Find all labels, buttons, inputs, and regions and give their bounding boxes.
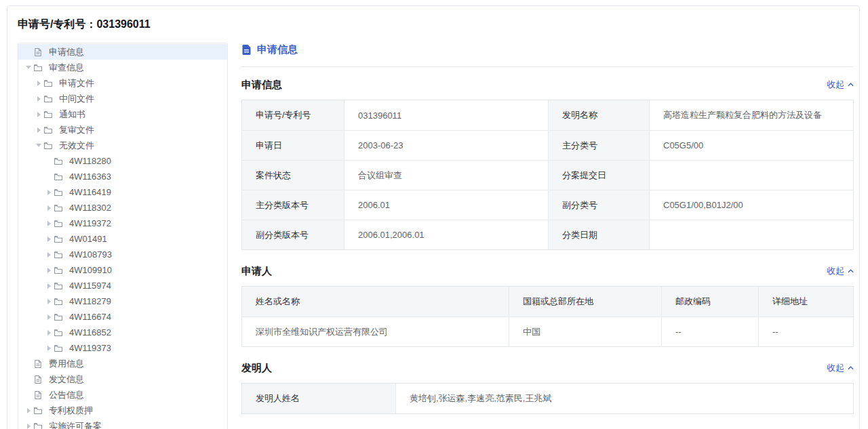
tree-item-4W118279[interactable]: 4W118279 xyxy=(18,293,227,309)
page-title: 申请号/专利号：031396011 xyxy=(18,18,151,32)
tree-item-发文信息[interactable]: 发文信息 xyxy=(18,371,227,387)
field-label: 案件状态 xyxy=(242,160,344,190)
tree-item-4W118280[interactable]: 4W118280 xyxy=(18,153,227,169)
table-cell: 中国 xyxy=(509,316,661,346)
application-info-table: 申请号/专利号031396011发明名称高塔造粒生产颗粒复合肥料的方法及设备申请… xyxy=(241,100,854,250)
tree-item-label: 专利权质押 xyxy=(49,405,93,417)
field-label: 发明名称 xyxy=(548,100,649,130)
tree-item-4W116674[interactable]: 4W116674 xyxy=(18,309,227,325)
section-title-applicant: 申请人 xyxy=(241,265,272,278)
caret-right-icon[interactable] xyxy=(44,203,54,213)
folder-icon xyxy=(33,62,43,73)
caret-down-icon[interactable] xyxy=(24,63,33,73)
tree-item-4W108793[interactable]: 4W108793 xyxy=(18,247,227,262)
tree-item-4W118302[interactable]: 4W118302 xyxy=(18,200,227,216)
caret-right-icon[interactable] xyxy=(44,219,54,228)
tree-item-label: 4W119373 xyxy=(69,343,111,353)
field-value xyxy=(649,220,853,249)
caret-right-icon[interactable] xyxy=(44,250,54,260)
tree-item-申请信息[interactable]: 申请信息 xyxy=(18,44,227,60)
tree-item-label: 4W01491 xyxy=(69,234,107,244)
tree-item-4W116852[interactable]: 4W116852 xyxy=(18,325,227,340)
inventor-table: 发明人姓名黄培钊,张运森,李速亮,范素民,王兆斌 xyxy=(241,383,854,414)
field-label: 分案提交日 xyxy=(548,160,649,190)
folder-icon xyxy=(54,171,64,182)
column-header: 姓名或名称 xyxy=(242,287,509,316)
collapse-link-applicant[interactable]: 收起 xyxy=(827,265,854,277)
main-header: 申请信息 xyxy=(241,43,854,56)
column-header: 国籍或总部所在地 xyxy=(509,287,661,316)
tree-item-label: 4W115974 xyxy=(69,281,111,291)
tree-item-费用信息[interactable]: 费用信息 xyxy=(18,356,227,371)
tree-item-审查信息[interactable]: 审查信息 xyxy=(18,60,227,75)
tree-item-label: 费用信息 xyxy=(49,358,84,370)
document-icon xyxy=(33,374,43,384)
tree-item-label: 4W116419 xyxy=(69,187,111,197)
tree-item-label: 4W109910 xyxy=(69,265,112,275)
tree-item-4W115974[interactable]: 4W115974 xyxy=(18,278,227,293)
chevron-up-icon xyxy=(848,366,854,370)
folder-icon xyxy=(54,327,64,338)
section-header-applicant: 申请人 收起 xyxy=(241,264,854,279)
caret-right-icon[interactable] xyxy=(24,406,33,415)
tree-item-中间文件[interactable]: 中间文件 xyxy=(18,91,227,106)
collapse-link-inventor[interactable]: 收起 xyxy=(827,362,854,374)
caret-right-icon[interactable] xyxy=(44,188,54,197)
caret-right-icon[interactable] xyxy=(44,266,54,275)
folder-icon xyxy=(54,218,64,228)
tree-item-label: 审查信息 xyxy=(49,62,84,74)
section-title-inventor: 发明人 xyxy=(241,362,272,375)
caret-right-icon[interactable] xyxy=(24,422,33,429)
tree-item-无效文件[interactable]: 无效文件 xyxy=(18,138,227,153)
table-cell: 深圳市全维知识产权运营有限公司 xyxy=(242,316,509,346)
field-value: 2006.01 xyxy=(344,190,548,220)
folder-icon xyxy=(54,312,64,322)
column-header: 邮政编码 xyxy=(661,287,758,316)
folder-icon xyxy=(54,281,64,291)
field-label: 主分类版本号 xyxy=(242,190,344,220)
section-header-inventor: 发明人 收起 xyxy=(241,361,854,375)
tree-item-复审文件[interactable]: 复审文件 xyxy=(18,122,227,138)
caret-right-icon[interactable] xyxy=(34,110,43,119)
tree-item-label: 4W108793 xyxy=(69,249,112,260)
caret-right-icon[interactable] xyxy=(44,328,54,338)
tree-item-申请文件[interactable]: 申请文件 xyxy=(18,75,227,91)
tree-item-专利权质押[interactable]: 专利权质押 xyxy=(18,403,227,418)
caret-right-icon[interactable] xyxy=(44,297,54,306)
tree-item-4W119373[interactable]: 4W119373 xyxy=(18,340,227,356)
collapse-link-application-info[interactable]: 收起 xyxy=(827,79,854,91)
caret-right-icon[interactable] xyxy=(34,94,43,104)
tree-item-4W119372[interactable]: 4W119372 xyxy=(18,216,227,231)
folder-icon xyxy=(54,265,64,275)
field-value: 高塔造粒生产颗粒复合肥料的方法及设备 xyxy=(649,100,853,130)
folder-icon xyxy=(54,156,64,166)
caret-right-icon[interactable] xyxy=(44,312,54,322)
caret-right-icon[interactable] xyxy=(44,344,54,353)
section-title-application-info: 申请信息 xyxy=(241,79,282,91)
field-value xyxy=(649,160,853,190)
tree-item-通知书[interactable]: 通知书 xyxy=(18,106,227,122)
caret-right-icon[interactable] xyxy=(34,79,43,88)
chevron-up-icon xyxy=(848,83,854,87)
caret-placeholder xyxy=(44,172,54,182)
tree: 申请信息审查信息申请文件中间文件通知书复审文件无效文件4W1182804W116… xyxy=(18,44,227,429)
caret-down-icon[interactable] xyxy=(34,141,43,150)
folder-icon xyxy=(54,187,64,197)
tree-item-4W116419[interactable]: 4W116419 xyxy=(18,184,227,200)
field-value: C05G5/00 xyxy=(649,130,853,160)
tree-item-实施许可备案[interactable]: 实施许可备案 xyxy=(18,418,227,429)
tree-item-label: 申请文件 xyxy=(59,77,94,89)
caret-placeholder xyxy=(44,157,54,166)
tree-item-4W116363[interactable]: 4W116363 xyxy=(18,169,227,184)
tree-item-4W109910[interactable]: 4W109910 xyxy=(18,262,227,278)
folder-icon xyxy=(43,109,54,119)
field-value: 2006.01,2006.01 xyxy=(344,220,548,249)
field-label: 申请日 xyxy=(242,130,344,160)
caret-right-icon[interactable] xyxy=(44,234,54,244)
caret-right-icon[interactable] xyxy=(34,125,43,135)
tree-item-4W01491[interactable]: 4W01491 xyxy=(18,231,227,247)
caret-right-icon[interactable] xyxy=(44,281,54,291)
tree-item-公告信息[interactable]: 公告信息 xyxy=(18,387,227,403)
folder-icon xyxy=(54,249,64,260)
folder-icon xyxy=(43,78,54,88)
